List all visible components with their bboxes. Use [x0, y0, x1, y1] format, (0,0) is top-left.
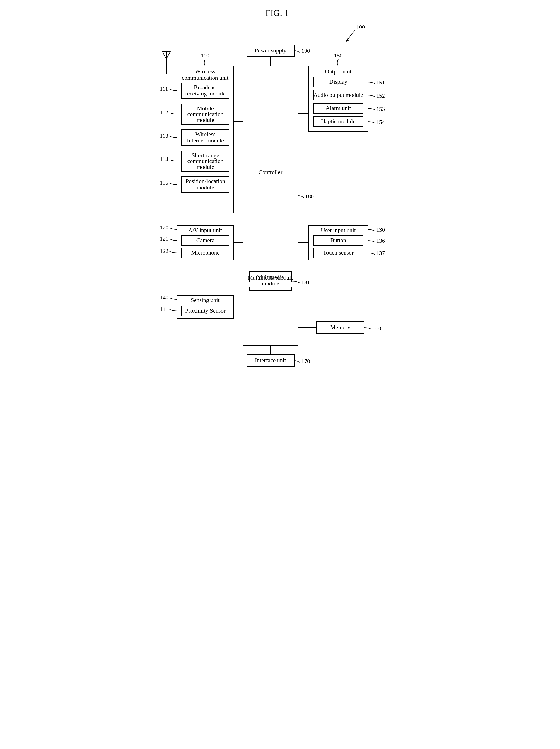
svg-text:module: module — [262, 280, 279, 287]
svg-text:Output unit: Output unit — [325, 68, 352, 74]
svg-text:module: module — [197, 184, 214, 191]
svg-text:User input unit: User input unit — [321, 227, 356, 233]
ref-100: 100 — [345, 24, 365, 42]
svg-text:Multimedia: Multimedia — [257, 274, 284, 280]
svg-text:Memory: Memory — [330, 324, 350, 330]
svg-text:Broadcast: Broadcast — [194, 84, 217, 90]
ref-122: 122 — [160, 248, 169, 254]
haptic-block: Haptic module 154 — [314, 116, 385, 127]
svg-text:115: 115 — [160, 179, 168, 186]
svg-text:communication unit: communication unit — [182, 74, 229, 81]
audio-out-block: Audio output module 152 — [314, 90, 385, 100]
svg-text:Button: Button — [330, 237, 346, 243]
svg-text:A/V input unit: A/V input unit — [188, 227, 222, 233]
svg-text:Alarm  unit: Alarm unit — [326, 105, 351, 111]
memory-block: Memory 160 — [298, 322, 381, 333]
short-range-block: Short-range communication module 114 — [160, 151, 229, 171]
figure-title: FIG. 1 — [265, 8, 289, 18]
proximity-block: Proximity Sensor 141 — [160, 306, 229, 316]
ref-160: 160 — [372, 325, 381, 331]
ref-110: 110 — [201, 52, 209, 59]
svg-text:Display: Display — [329, 78, 347, 85]
alarm-block: Alarm unit 153 — [314, 103, 385, 113]
svg-text:Internet module: Internet module — [187, 137, 224, 144]
svg-text:module: module — [197, 164, 214, 170]
microphone-block: Microphone 122 — [160, 248, 229, 258]
svg-text:Wireless: Wireless — [195, 131, 215, 137]
ref-137: 137 — [376, 250, 385, 256]
svg-text:Haptic module: Haptic module — [321, 118, 356, 125]
ref-113: 113 — [160, 132, 168, 139]
svg-text:Proximity Sensor: Proximity Sensor — [185, 307, 226, 314]
ref-151: 151 — [376, 79, 385, 86]
ref-114: 114 — [160, 156, 168, 163]
power-supply-label: Power supply — [255, 47, 286, 53]
power-supply-block: Power supply 190 — [247, 45, 310, 66]
interface-block: Interface unit 170 — [247, 345, 310, 366]
wireless-internet-block: Wireless Internet module 113 — [160, 130, 229, 146]
svg-text:Audio output module: Audio output module — [314, 91, 363, 98]
ref-154: 154 — [376, 119, 385, 125]
svg-text:Camera: Camera — [196, 237, 215, 243]
controller-label: Controller — [259, 169, 283, 175]
svg-text:Touch sensor: Touch sensor — [323, 249, 354, 256]
camera-block: Camera 121 — [160, 235, 229, 245]
svg-text:Interface unit: Interface unit — [255, 357, 286, 363]
svg-text:Microphone: Microphone — [191, 249, 220, 256]
antenna-icon — [163, 51, 177, 74]
button-block: Button 136 — [314, 236, 385, 245]
svg-text:100: 100 — [356, 24, 365, 30]
ref-170: 170 — [301, 358, 310, 364]
ref-112: 112 — [160, 109, 168, 115]
broadcast-block: Broadcast receiving module 111 — [160, 83, 229, 99]
ref-130: 130 — [376, 226, 385, 233]
ref-121: 121 — [160, 235, 169, 242]
display-block: Display 151 — [314, 77, 385, 87]
ref-152: 152 — [376, 92, 385, 99]
ref-136: 136 — [376, 237, 385, 244]
svg-rect-3 — [243, 66, 298, 345]
diagram-canvas: FIG. 1 100 Power supply 190 Controller 1… — [140, 0, 420, 374]
touch-sensor-block: Touch sensor 137 — [314, 248, 385, 258]
svg-text:Position-location: Position-location — [186, 178, 225, 184]
ref-120: 120 — [160, 224, 169, 231]
ref-111: 111 — [160, 85, 168, 92]
ref-141: 141 — [160, 306, 169, 312]
svg-text:181: 181 — [301, 279, 310, 286]
svg-rect-37 — [158, 196, 177, 202]
svg-text:Wireless: Wireless — [195, 68, 215, 74]
svg-text:module: module — [197, 116, 214, 123]
ref-180: 180 — [305, 193, 314, 200]
ref-150: 150 — [334, 52, 343, 59]
svg-text:Sensing unit: Sensing unit — [191, 297, 219, 303]
ref-153: 153 — [376, 106, 385, 112]
svg-text:receiving module: receiving module — [185, 90, 225, 97]
mobile-comm-block: Mobile communication module 112 — [160, 104, 229, 125]
ref-140: 140 — [160, 294, 169, 301]
ref-190: 190 — [301, 47, 310, 54]
controller-block: Controller 180 — [243, 66, 314, 345]
